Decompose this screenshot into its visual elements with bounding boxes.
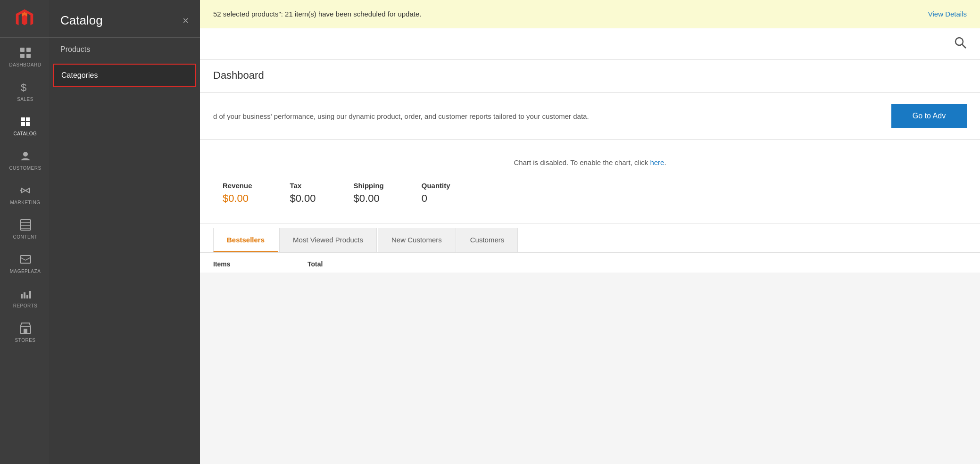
sidebar-item-content-label: CONTENT [13,234,38,240]
svg-point-12 [23,152,28,157]
sidebar-item-marketing[interactable]: MARKETING [0,175,49,210]
reports-icon [18,286,33,301]
svg-point-14 [20,190,22,191]
sidebar-item-catalog[interactable]: CATALOG [0,107,49,141]
stat-shipping: Shipping $0.00 [354,182,384,205]
catalog-icon [18,114,33,129]
table-header: Items Total [200,252,980,273]
svg-rect-5 [20,54,25,58]
svg-rect-10 [21,122,25,126]
svg-rect-4 [26,48,31,52]
catalog-menu-categories[interactable]: Categories [53,64,196,87]
dashboard-header: Dashboard [200,60,980,93]
mageplaza-icon [18,252,33,267]
svg-line-27 [962,44,966,48]
svg-rect-9 [26,117,30,121]
svg-marker-13 [21,188,30,193]
revenue-label: Revenue [223,182,252,190]
svg-point-26 [955,38,963,45]
tabs-section: Bestsellers Most Viewed Products New Cus… [200,224,980,252]
search-icon [954,36,967,49]
svg-rect-11 [26,122,30,126]
go-to-advanced-reporting-button[interactable]: Go to Adv [891,104,967,128]
main-content: 52 selected products": 21 item(s) have b… [200,0,980,464]
chart-stats: Revenue $0.00 Tax $0.00 Shipping $0.00 Q… [213,182,967,205]
stat-tax: Tax $0.00 [290,182,316,205]
chart-disabled-message: Chart is disabled. To enable the chart, … [213,158,967,166]
stat-revenue: Revenue $0.00 [223,182,252,205]
top-bar [200,28,980,60]
app-logo[interactable] [0,0,49,38]
catalog-panel-title: Catalog [60,13,103,28]
tab-most-viewed-products[interactable]: Most Viewed Products [279,228,377,252]
tab-customers[interactable]: Customers [457,228,518,252]
dashboard-icon [18,45,33,60]
shipping-value: $0.00 [354,192,384,205]
revenue-value: $0.00 [223,192,252,205]
catalog-close-button[interactable]: × [183,16,189,26]
svg-rect-21 [24,292,25,298]
sales-icon: $ [18,80,33,95]
sidebar-item-reports-label: REPORTS [13,303,38,308]
sidebar: DASHBOARD $ SALES CATALOG CUSTOME [0,0,49,464]
sidebar-item-mageplaza[interactable]: MAGEPLAZA [0,244,49,279]
tax-label: Tax [290,182,316,190]
sidebar-item-stores[interactable]: STORES [0,313,49,348]
sidebar-item-customers[interactable]: CUSTOMERS [0,141,49,175]
svg-rect-8 [21,117,25,121]
catalog-menu-products[interactable]: Products [49,38,200,62]
search-button[interactable] [954,36,967,52]
sidebar-item-content[interactable]: CONTENT [0,210,49,244]
enable-chart-link[interactable]: here [650,158,664,166]
svg-rect-25 [24,329,27,333]
chart-section: Chart is disabled. To enable the chart, … [200,140,980,224]
sidebar-item-catalog-label: CATALOG [14,131,37,136]
sidebar-item-sales[interactable]: $ SALES [0,72,49,107]
svg-text:$: $ [21,82,27,93]
catalog-panel-header: Catalog × [49,0,200,38]
tab-new-customers[interactable]: New Customers [378,228,456,252]
sidebar-item-mageplaza-label: MAGEPLAZA [10,269,41,274]
content-icon [18,217,33,232]
notification-bar: 52 selected products": 21 item(s) have b… [200,0,980,28]
sidebar-item-reports[interactable]: REPORTS [0,279,49,313]
customers-icon [18,149,33,164]
table-col-total: Total [307,260,378,268]
notification-text: 52 selected products": 21 item(s) have b… [213,10,421,18]
sidebar-item-stores-label: STORES [15,338,36,343]
sidebar-item-dashboard[interactable]: DASHBOARD [0,38,49,72]
view-details-link[interactable]: View Details [928,10,967,18]
quantity-value: 0 [422,192,450,205]
catalog-flyout-panel: Catalog × Products Categories [49,0,200,464]
adv-report-description: d of your business' performance, using o… [213,112,891,120]
svg-rect-22 [26,295,28,298]
svg-rect-23 [29,291,31,298]
sidebar-item-marketing-label: MARKETING [10,200,41,205]
page-title: Dashboard [213,69,264,81]
sidebar-item-dashboard-label: DASHBOARD [9,62,42,67]
svg-rect-3 [20,48,25,52]
table-col-items: Items [213,260,307,268]
stat-quantity: Quantity 0 [422,182,450,205]
quantity-label: Quantity [422,182,450,190]
sidebar-item-customers-label: CUSTOMERS [9,166,41,171]
tax-value: $0.00 [290,192,316,205]
adv-report-section: d of your business' performance, using o… [200,93,980,140]
svg-rect-19 [20,256,31,263]
tabs-row: Bestsellers Most Viewed Products New Cus… [213,228,967,252]
svg-rect-6 [26,54,31,58]
tab-bestsellers[interactable]: Bestsellers [213,228,278,252]
stores-icon [18,321,33,336]
shipping-label: Shipping [354,182,384,190]
sidebar-item-sales-label: SALES [17,97,33,102]
magento-logo-icon [13,8,36,30]
marketing-icon [18,183,33,198]
svg-rect-20 [21,294,23,298]
